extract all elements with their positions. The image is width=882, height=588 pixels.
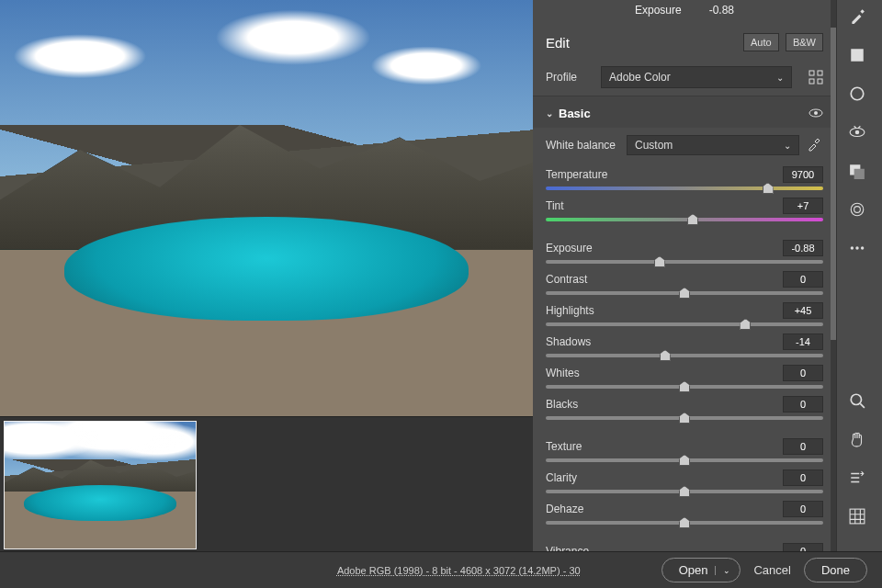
- highlights-slider[interactable]: Highlights+45: [533, 299, 836, 330]
- svg-point-13: [854, 130, 859, 135]
- whites-slider[interactable]: Whites0: [533, 361, 836, 392]
- svg-rect-15: [854, 169, 864, 179]
- more-icon[interactable]: [844, 235, 870, 261]
- blacks-slider[interactable]: Blacks0: [533, 392, 836, 424]
- open-menu-caret[interactable]: ⌄: [715, 566, 730, 575]
- presets-icon[interactable]: [844, 465, 870, 491]
- done-button[interactable]: Done: [804, 558, 867, 582]
- svg-point-17: [854, 207, 860, 213]
- texture-slider[interactable]: Texture0: [533, 435, 836, 466]
- open-button[interactable]: Open ⌄: [662, 558, 741, 582]
- crop-tool-icon[interactable]: [844, 42, 870, 68]
- auto-button[interactable]: Auto: [743, 33, 779, 51]
- white-balance-label: White balance: [546, 139, 619, 152]
- edit-panel: Exposure -0.88 Edit Auto B&W Profile Ado…: [533, 0, 836, 588]
- svg-point-19: [855, 246, 858, 249]
- file-metadata[interactable]: Adobe RGB (1998) - 8 bit - 4608 x 3072 (…: [337, 565, 581, 576]
- grid-icon[interactable]: [844, 503, 870, 529]
- clarity-slider[interactable]: Clarity0: [533, 466, 836, 497]
- svg-point-9: [814, 111, 818, 115]
- headline-readout: Exposure -0.88: [533, 0, 836, 26]
- svg-point-11: [851, 87, 864, 100]
- svg-rect-5: [818, 71, 822, 75]
- svg-rect-10: [851, 49, 864, 62]
- eyedropper-icon[interactable]: [807, 137, 823, 153]
- bw-button[interactable]: B&W: [786, 33, 823, 51]
- svg-rect-6: [809, 79, 814, 84]
- footer-bar: Adobe RGB (1998) - 8 bit - 4608 x 3072 (…: [0, 551, 882, 588]
- profile-label: Profile: [546, 71, 592, 84]
- svg-point-16: [851, 203, 864, 216]
- cancel-button[interactable]: Cancel: [753, 563, 790, 577]
- filmstrip: [0, 416, 533, 559]
- shadows-slider[interactable]: Shadows-14: [533, 330, 836, 361]
- right-toolstrip: [836, 0, 876, 588]
- panel-scrollbar[interactable]: [831, 0, 836, 588]
- chevron-down-icon: ⌄: [776, 73, 784, 83]
- section-basic-header[interactable]: ⌄ Basic: [546, 107, 591, 120]
- headline-value: -0.88: [709, 4, 734, 17]
- hand-tool-icon[interactable]: [844, 426, 870, 452]
- tint-slider[interactable]: Tint+7: [533, 194, 836, 225]
- spot-heal-icon[interactable]: [844, 81, 870, 107]
- exposure-slider[interactable]: Exposure-0.88: [533, 236, 836, 267]
- filmstrip-thumbnail[interactable]: [4, 421, 197, 549]
- svg-rect-7: [818, 79, 822, 84]
- radial-filter-icon[interactable]: [844, 197, 870, 222]
- masking-tool-icon[interactable]: [844, 158, 870, 184]
- redeye-tool-icon[interactable]: [844, 119, 870, 145]
- svg-point-21: [851, 394, 861, 404]
- svg-rect-22: [850, 509, 865, 524]
- dehaze-slider[interactable]: Dehaze0: [533, 497, 836, 528]
- contrast-slider[interactable]: Contrast0: [533, 267, 836, 299]
- visibility-toggle-icon[interactable]: [808, 106, 823, 120]
- white-balance-select[interactable]: Custom ⌄: [627, 135, 799, 155]
- svg-point-20: [860, 246, 863, 249]
- profile-browser-icon[interactable]: [808, 70, 823, 85]
- svg-rect-4: [809, 71, 814, 75]
- panel-title: Edit: [546, 35, 570, 51]
- chevron-down-icon: ⌄: [784, 141, 791, 151]
- profile-select[interactable]: Adobe Color ⌄: [601, 66, 792, 88]
- temperature-slider[interactable]: Temperature9700: [533, 163, 836, 194]
- chevron-down-icon: ⌄: [546, 108, 553, 119]
- zoom-tool-icon[interactable]: [844, 388, 870, 413]
- svg-point-18: [850, 246, 853, 249]
- edit-tool-icon[interactable]: [844, 4, 870, 29]
- main-preview[interactable]: [0, 0, 533, 416]
- headline-label: Exposure: [635, 4, 682, 17]
